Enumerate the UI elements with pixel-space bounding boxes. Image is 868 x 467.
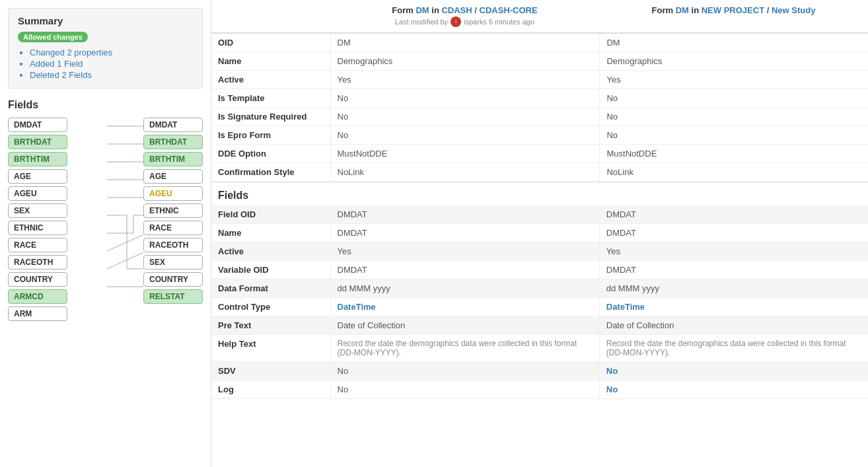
prop-right-val: Yes xyxy=(600,71,868,89)
prop-left-val: NoLink xyxy=(330,163,600,182)
fields-diagram: DMDAT BRTHDAT BRTHTIM AGE AGEU SEX ETHNI… xyxy=(8,118,203,461)
left-header-path: Form DM in CDASH / CDASH-CORE xyxy=(330,5,599,15)
field-prop-label: Help Text xyxy=(211,335,330,362)
field-box-brthtim-right: BRTHTIM xyxy=(143,152,203,166)
field-box-race-right: RACE xyxy=(143,221,203,235)
summary-item: Deleted 2 Fields xyxy=(30,70,193,80)
prop-label: Name xyxy=(211,52,330,71)
field-properties-table: Field OID DMDAT DMDAT Name DMDAT DMDAT A… xyxy=(211,205,868,399)
field-row-variable-oid: Variable OID DMDAT DMDAT xyxy=(211,261,868,279)
field-box-brthtim-left: BRTHTIM xyxy=(8,152,67,166)
prop-left-val: No xyxy=(330,108,600,126)
summary-list: Changed 2 properties Added 1 Field Delet… xyxy=(18,48,193,80)
field-box-sex-right: SEX xyxy=(143,255,203,269)
right-header-path: Form DM in NEW PROJECT / New Study xyxy=(599,5,868,15)
field-box-arm-left: ARM xyxy=(8,306,67,321)
field-box-sex-left: SEX xyxy=(8,203,67,218)
prop-left-val: No xyxy=(330,126,600,145)
right-column-header: Form DM in NEW PROJECT / New Study xyxy=(599,5,868,27)
prop-right-val: NoLink xyxy=(600,163,868,182)
summary-item: Added 1 Field xyxy=(30,59,193,69)
left-fields-column: DMDAT BRTHDAT BRTHTIM AGE AGEU SEX ETHNI… xyxy=(8,118,67,321)
field-box-armcd-left: ARMCD xyxy=(8,289,67,304)
field-row-sdv: SDV No No xyxy=(211,362,868,380)
prop-right-val: No xyxy=(600,108,868,126)
summary-title: Summary xyxy=(18,15,193,26)
field-box-brthdat-right: BRTHDAT xyxy=(143,135,203,149)
field-prop-left: No xyxy=(330,362,599,380)
prop-left-val: MustNotDDE xyxy=(330,145,600,163)
fields-section-heading: Fields xyxy=(211,182,868,205)
prop-right-val: DM xyxy=(600,34,868,52)
prop-left-val: Demographics xyxy=(330,52,600,71)
left-header-modified: Last modified by i isparks 6 minutes ago xyxy=(330,17,599,27)
prop-right-val: No xyxy=(600,126,868,145)
svg-line-12 xyxy=(107,251,143,269)
fields-section-title: Fields xyxy=(8,99,203,111)
prop-row-epro: Is Epro Form No No xyxy=(211,126,868,145)
field-prop-label: SDV xyxy=(211,362,330,380)
left-panel: Summary Allowed changes Changed 2 proper… xyxy=(0,0,211,467)
user-avatar: i xyxy=(451,17,461,27)
field-prop-right: Date of Collection xyxy=(599,316,868,335)
field-prop-left: Record the date the demographics data we… xyxy=(330,335,599,362)
field-box-dmdat-right: DMDAT xyxy=(143,118,203,132)
prop-row-signature: Is Signature Required No No xyxy=(211,108,868,126)
field-prop-label: Pre Text xyxy=(211,316,330,335)
prop-label: Is Epro Form xyxy=(211,126,330,145)
field-prop-left: DateTime xyxy=(330,298,599,316)
field-box-age-left: AGE xyxy=(8,169,67,184)
field-prop-left: Date of Collection xyxy=(330,316,599,335)
field-prop-label: Name xyxy=(211,224,330,242)
field-row-name: Name DMDAT DMDAT xyxy=(211,224,868,242)
field-box-country-left: COUNTRY xyxy=(8,272,67,287)
prop-row-oid: OID DM DM xyxy=(211,34,868,52)
field-box-ageu-left: AGEU xyxy=(8,186,67,201)
field-box-relstat-right: RELSTAT xyxy=(143,289,203,304)
field-box-age-right: AGE xyxy=(143,169,203,184)
field-row-pre-text: Pre Text Date of Collection Date of Coll… xyxy=(211,316,868,335)
allowed-changes-badge: Allowed changes xyxy=(18,32,88,42)
right-fields-column: DMDAT BRTHDAT BRTHTIM AGE AGEU ETHNIC RA… xyxy=(143,118,203,304)
field-prop-right: DMDAT xyxy=(599,224,868,242)
prop-row-active: Active Yes Yes xyxy=(211,71,868,89)
right-panel: Form DM in CDASH / CDASH-CORE Last modif… xyxy=(211,0,868,467)
left-column-header: Form DM in CDASH / CDASH-CORE Last modif… xyxy=(330,5,599,27)
field-box-brthdat-left: BRTHDAT xyxy=(8,135,67,149)
prop-row-confirmation: Confirmation Style NoLink NoLink xyxy=(211,163,868,182)
form-properties-table: OID DM DM Name Demographics Demographics… xyxy=(211,34,868,182)
summary-item: Changed 2 properties xyxy=(30,48,193,57)
summary-box: Summary Allowed changes Changed 2 proper… xyxy=(8,8,203,89)
field-prop-left: DMDAT xyxy=(330,261,599,279)
field-prop-left: Yes xyxy=(330,242,599,261)
field-box-ethnic-right: ETHNIC xyxy=(143,203,203,218)
field-prop-right: No xyxy=(599,380,868,399)
field-box-race-left: RACE xyxy=(8,238,67,252)
prop-label: Confirmation Style xyxy=(211,163,330,182)
field-prop-label: Log xyxy=(211,380,330,399)
field-box-raceoth-left: RACEOTH xyxy=(8,255,67,269)
field-prop-right: dd MMM yyyy xyxy=(599,279,868,298)
field-prop-right: No xyxy=(599,362,868,380)
field-prop-left: DMDAT xyxy=(330,224,599,242)
prop-label: Is Signature Required xyxy=(211,108,330,126)
field-prop-right: Record the date the demographics data we… xyxy=(599,335,868,362)
field-prop-label: Data Format xyxy=(211,279,330,298)
field-prop-right: DMDAT xyxy=(599,261,868,279)
field-prop-left: DMDAT xyxy=(330,205,599,224)
svg-line-11 xyxy=(107,233,143,251)
field-prop-left: No xyxy=(330,380,599,399)
field-row-oid: Field OID DMDAT DMDAT xyxy=(211,205,868,224)
prop-right-val: Demographics xyxy=(600,52,868,71)
prop-label: DDE Option xyxy=(211,145,330,163)
field-box-ageu-right: AGEU xyxy=(143,186,203,201)
prop-label: Active xyxy=(211,71,330,89)
field-row-active: Active Yes Yes xyxy=(211,242,868,261)
prop-label: Is Template xyxy=(211,89,330,108)
prop-right-val: MustNotDDE xyxy=(600,145,868,163)
prop-row-dde: DDE Option MustNotDDE MustNotDDE xyxy=(211,145,868,163)
connector-svg xyxy=(107,118,143,461)
field-prop-label: Active xyxy=(211,242,330,261)
prop-right-val: No xyxy=(600,89,868,108)
field-prop-left: dd MMM yyyy xyxy=(330,279,599,298)
